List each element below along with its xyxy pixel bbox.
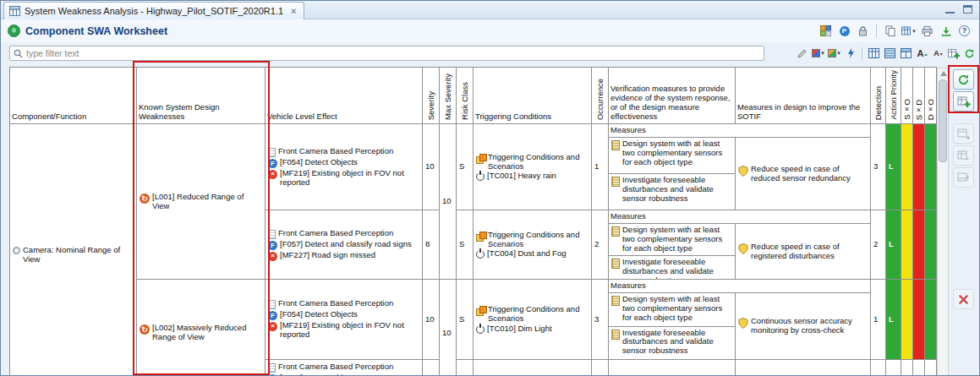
- sxo-cell[interactable]: [901, 360, 913, 376]
- detection-cell[interactable]: 1: [871, 280, 886, 360]
- minimize-icon[interactable]: [945, 5, 955, 14]
- action-priority-cell[interactable]: L: [886, 280, 901, 360]
- table-view-compact-icon[interactable]: [883, 46, 897, 61]
- risk-class-cell[interactable]: S: [457, 210, 474, 280]
- component-cell[interactable]: Camera: Nominal Range of View: [10, 124, 137, 376]
- dxo-cell[interactable]: [925, 360, 937, 376]
- close-tab-icon[interactable]: ×: [291, 6, 296, 16]
- action-priority-cell[interactable]: [886, 360, 901, 376]
- verification-cell[interactable]: Design system with at least two compleme…: [609, 293, 736, 360]
- effect-cell[interactable]: Front Camera Based Perception F[F057] De…: [266, 210, 423, 280]
- detection-cell[interactable]: [871, 360, 886, 376]
- dxo-cell[interactable]: [925, 124, 937, 210]
- occurrence-cell[interactable]: [592, 360, 609, 376]
- font-decrease-icon[interactable]: A▾: [931, 46, 945, 61]
- detection-cell[interactable]: 3: [871, 124, 886, 210]
- effect-cell[interactable]: Front Camera Based Perception F[F054] De…: [266, 124, 423, 210]
- max-severity-cell[interactable]: 10: [440, 280, 457, 376]
- col-header-component: Component/Function: [10, 68, 137, 124]
- filter-input[interactable]: [26, 48, 760, 58]
- measures-band: Measures: [609, 280, 871, 293]
- vertical-scrollbar[interactable]: [937, 68, 949, 376]
- delete-row-button[interactable]: [953, 289, 974, 309]
- font-increase-icon[interactable]: A▴: [915, 46, 929, 61]
- dxo-cell[interactable]: [925, 210, 937, 280]
- design-measure-cell[interactable]: Continuous sensor accuracy monitoring by…: [736, 293, 871, 360]
- highlight-scheme-icon[interactable]: ▾: [811, 46, 825, 61]
- occurrence-cell[interactable]: 2: [592, 210, 609, 280]
- compare-icon[interactable]: [843, 46, 857, 61]
- triggering-cell[interactable]: Triggering Conditions and Scenarios [TC0…: [474, 210, 592, 280]
- sxo-cell[interactable]: [901, 280, 913, 360]
- col-header-verification: Verification measures to provide evidenc…: [609, 68, 736, 124]
- export-icon[interactable]: [938, 24, 954, 39]
- risk-class-cell[interactable]: S: [457, 124, 474, 210]
- severity-cell[interactable]: [423, 360, 440, 376]
- weakness-icon: ↻: [140, 193, 150, 204]
- add-sibling-row-button[interactable]: [953, 123, 974, 144]
- scrollbar-thumb[interactable]: [939, 79, 947, 162]
- triggering-cell[interactable]: Triggering Conditions and Scenarios [TC0…: [474, 280, 592, 360]
- help-icon[interactable]: ?: [956, 24, 972, 39]
- document-icon: [268, 230, 276, 239]
- weakness-cell[interactable]: ↻[L002] Massively Reduced Range of View: [137, 280, 266, 376]
- verification-cell[interactable]: Design system with at least two compleme…: [609, 224, 736, 280]
- editor-tab[interactable]: System Weakness Analysis - Highway_Pilot…: [3, 2, 304, 19]
- action-priority-cell[interactable]: L: [886, 124, 901, 210]
- col-header-max-severity: Max Severity: [440, 68, 457, 124]
- maximize-icon[interactable]: [963, 5, 972, 14]
- sxd-cell[interactable]: [913, 210, 925, 280]
- triggering-cell[interactable]: Triggering Conditions and Scenarios [TC0…: [474, 124, 592, 210]
- print-icon[interactable]: [919, 24, 935, 39]
- refresh-worksheet-button[interactable]: [953, 69, 974, 90]
- sxd-cell[interactable]: [913, 360, 925, 376]
- app-window: System Weakness Analysis - Highway_Pilot…: [0, 0, 980, 376]
- design-measure-cell[interactable]: [736, 360, 871, 376]
- risk-class-cell[interactable]: S: [457, 280, 474, 360]
- occurrence-cell[interactable]: 1: [592, 124, 609, 210]
- risk-class-cell[interactable]: [457, 360, 474, 376]
- view-header: Component SWA Worksheet P ▾ ?: [1, 19, 979, 42]
- occurrence-cell[interactable]: 3: [592, 280, 609, 360]
- max-severity-cell[interactable]: 10: [440, 124, 457, 280]
- sxo-cell[interactable]: [901, 124, 913, 210]
- verification-measure-icon: [611, 177, 620, 187]
- refresh-table-icon[interactable]: [962, 46, 977, 61]
- table-view-normal-icon[interactable]: [867, 46, 881, 61]
- severity-cell[interactable]: 8: [423, 210, 440, 280]
- triggering-cell[interactable]: [474, 360, 592, 376]
- action-priority-cell[interactable]: L: [886, 210, 901, 280]
- dxo-cell[interactable]: [925, 280, 937, 360]
- swa-worksheet-table: Component/Function Known System Design W…: [9, 67, 937, 376]
- add-child-row-button[interactable]: [953, 145, 974, 166]
- design-measure-cell[interactable]: Reduce speed in case of reduced sensor r…: [736, 138, 871, 210]
- weakness-cell[interactable]: ↻[L001] Reduced Range of View: [137, 124, 266, 280]
- design-measure-cell[interactable]: Reduce speed in case of registered distu…: [736, 224, 871, 280]
- copy-icon[interactable]: [882, 24, 898, 39]
- lock-icon[interactable]: [855, 24, 871, 39]
- verification-cell[interactable]: [609, 360, 736, 376]
- sxo-cell[interactable]: [901, 210, 913, 280]
- severity-cell[interactable]: 10: [423, 124, 440, 210]
- scroll-up-icon[interactable]: [940, 71, 947, 76]
- add-row-button[interactable]: [953, 91, 974, 112]
- col-header-severity: Severity: [423, 68, 440, 124]
- col-header-risk-class: Risk Class: [457, 68, 474, 124]
- detection-cell[interactable]: 2: [871, 210, 886, 280]
- table-header-row: Component/Function Known System Design W…: [10, 68, 937, 124]
- highlight-scheme2-icon[interactable]: ▾: [827, 46, 841, 61]
- verification-cell[interactable]: Design system with at least two compleme…: [609, 138, 736, 210]
- pin-icon[interactable]: P: [836, 24, 852, 39]
- layout-grid-icon[interactable]: [818, 24, 834, 39]
- add-column-icon[interactable]: [946, 46, 961, 61]
- sxd-cell[interactable]: [913, 280, 925, 360]
- weakness-icon: ↻: [140, 324, 150, 335]
- effect-cell[interactable]: Front Camera Based Perception F[F054] De…: [266, 360, 423, 376]
- severity-cell[interactable]: 10: [423, 280, 440, 360]
- insert-row-button[interactable]: [953, 167, 974, 188]
- sxd-cell[interactable]: [913, 124, 925, 210]
- table-view-full-icon[interactable]: [899, 46, 913, 61]
- table-menu-icon[interactable]: ▾: [901, 24, 917, 39]
- effect-cell[interactable]: Front Camera Based Perception F[F054] De…: [266, 280, 423, 360]
- edit-cell-icon[interactable]: [795, 46, 809, 61]
